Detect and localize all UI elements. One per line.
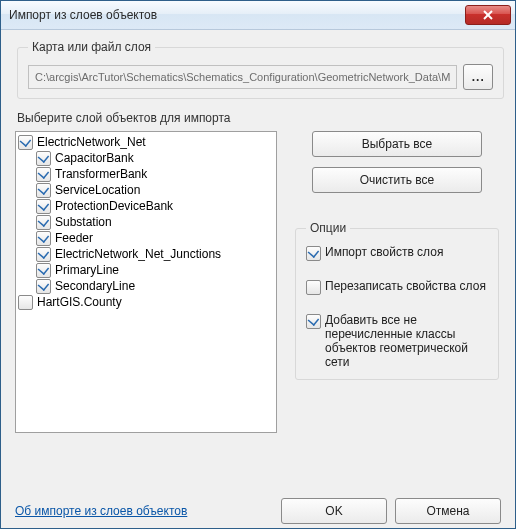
tree-item-label: HartGIS.County: [37, 295, 122, 309]
tree-item-checkbox[interactable]: [36, 151, 51, 166]
map-file-legend: Карта или файл слоя: [28, 40, 155, 54]
tree-item[interactable]: ElectricNetwork_Net: [18, 134, 274, 150]
titlebar[interactable]: Импорт из слоев объектов: [1, 1, 515, 30]
tree-item-label: Feeder: [55, 231, 93, 245]
option-label: Добавить все не перечисленные классы объ…: [325, 313, 488, 369]
tree-item-label: SecondaryLine: [55, 279, 135, 293]
ok-button[interactable]: OK: [281, 498, 387, 524]
tree-item-label: TransformerBank: [55, 167, 147, 181]
tree-item-checkbox[interactable]: [36, 183, 51, 198]
close-icon: [483, 10, 493, 20]
dialog-window: Импорт из слоев объектов Карта или файл …: [0, 0, 516, 529]
help-link[interactable]: Об импорте из слоев объектов: [15, 504, 187, 518]
options-legend: Опции: [306, 221, 350, 235]
option-item[interactable]: Импорт свойств слоя: [306, 245, 488, 261]
tree-item[interactable]: CapacitorBank: [18, 150, 274, 166]
option-label: Импорт свойств слоя: [325, 245, 443, 259]
layers-tree[interactable]: ElectricNetwork_NetCapacitorBankTransfor…: [15, 131, 277, 433]
tree-item[interactable]: PrimaryLine: [18, 262, 274, 278]
tree-item-label: ServiceLocation: [55, 183, 140, 197]
window-title: Импорт из слоев объектов: [9, 8, 465, 22]
tree-item-checkbox[interactable]: [36, 279, 51, 294]
tree-item[interactable]: SecondaryLine: [18, 278, 274, 294]
option-label: Перезаписать свойства слоя: [325, 279, 486, 293]
tree-item-label: ProtectionDeviceBank: [55, 199, 173, 213]
tree-item[interactable]: TransformerBank: [18, 166, 274, 182]
options-group: Опции Импорт свойств слояПерезаписать св…: [295, 221, 499, 380]
tree-item-checkbox[interactable]: [36, 215, 51, 230]
option-checkbox[interactable]: [306, 280, 321, 295]
tree-item[interactable]: HartGIS.County: [18, 294, 274, 310]
tree-item-label: PrimaryLine: [55, 263, 119, 277]
option-checkbox[interactable]: [306, 246, 321, 261]
tree-item-checkbox[interactable]: [36, 167, 51, 182]
tree-item[interactable]: Feeder: [18, 230, 274, 246]
tree-item[interactable]: Substation: [18, 214, 274, 230]
map-path-input[interactable]: C:\arcgis\ArcTutor\Schematics\Schematics…: [28, 65, 457, 89]
dialog-footer: Об импорте из слоев объектов OK Отмена: [15, 490, 501, 524]
map-file-group: Карта или файл слоя C:\arcgis\ArcTutor\S…: [17, 40, 504, 99]
layers-label: Выберите слой объектов для импорта: [17, 111, 501, 125]
tree-item[interactable]: ElectricNetwork_Net_Junctions: [18, 246, 274, 262]
select-all-button[interactable]: Выбрать все: [312, 131, 482, 157]
tree-item-checkbox[interactable]: [36, 263, 51, 278]
tree-item-label: ElectricNetwork_Net: [37, 135, 146, 149]
tree-item[interactable]: ServiceLocation: [18, 182, 274, 198]
cancel-button[interactable]: Отмена: [395, 498, 501, 524]
option-checkbox[interactable]: [306, 314, 321, 329]
tree-item-checkbox[interactable]: [18, 295, 33, 310]
tree-item-checkbox[interactable]: [18, 135, 33, 150]
option-item[interactable]: Перезаписать свойства слоя: [306, 279, 488, 295]
tree-item-checkbox[interactable]: [36, 247, 51, 262]
browse-button[interactable]: ...: [463, 64, 493, 90]
tree-item-label: ElectricNetwork_Net_Junctions: [55, 247, 221, 261]
dialog-content: Карта или файл слоя C:\arcgis\ArcTutor\S…: [1, 30, 515, 528]
tree-item-label: Substation: [55, 215, 112, 229]
tree-item[interactable]: ProtectionDeviceBank: [18, 198, 274, 214]
option-item[interactable]: Добавить все не перечисленные классы объ…: [306, 313, 488, 369]
tree-item-checkbox[interactable]: [36, 231, 51, 246]
clear-all-button[interactable]: Очистить все: [312, 167, 482, 193]
tree-item-label: CapacitorBank: [55, 151, 134, 165]
tree-item-checkbox[interactable]: [36, 199, 51, 214]
close-button[interactable]: [465, 5, 511, 25]
